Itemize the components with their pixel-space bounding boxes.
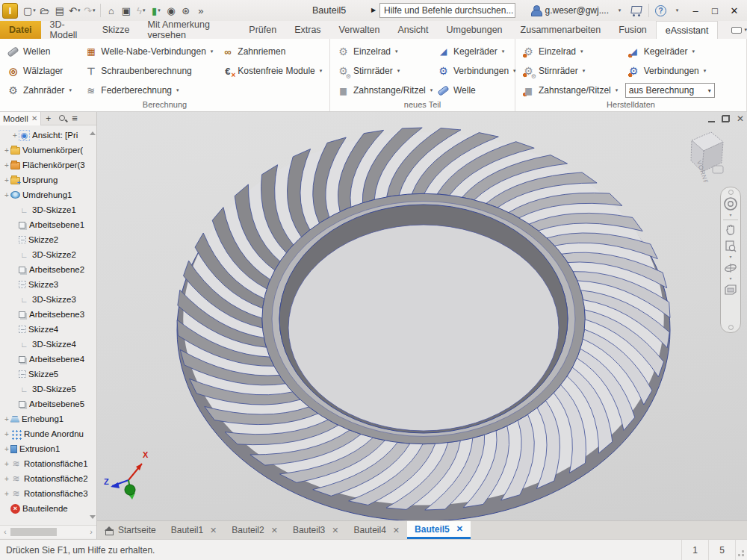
tree-item-flächenkörper-3[interactable]: +Flächenkörper(3 (0, 158, 91, 172)
tab-skizze[interactable]: Skizze (93, 21, 139, 39)
expander-icon[interactable]: + (3, 460, 10, 468)
chevron-down-icon[interactable]: ▾ (704, 68, 707, 74)
home-button[interactable]: ⌂ (104, 1, 119, 19)
view-cube[interactable]: VORNE (674, 128, 732, 182)
chevron-down-icon[interactable]: ▾ (692, 49, 695, 55)
browser-tab-modell[interactable]: Modell ✕ (0, 112, 41, 125)
ribbon-button-verbindungen[interactable]: ⚙Verbindungen▾ (625, 61, 743, 81)
presence-button[interactable]: ◉ (164, 1, 179, 19)
signed-in-user[interactable]: g.weser@gwj.... (545, 5, 609, 16)
chevron-down-icon[interactable]: ▾ (583, 68, 586, 74)
scroll-left-icon[interactable]: ‹ (0, 527, 10, 536)
tab-ansicht[interactable]: Ansicht (389, 21, 438, 39)
tree-item-3d-skizze3[interactable]: ∟3D-Skizze3 (0, 292, 91, 307)
ribbon-collapse-button[interactable]: ▾ (731, 21, 747, 39)
expander-icon[interactable]: + (3, 475, 10, 483)
close-icon[interactable]: ✕ (210, 526, 217, 535)
user-menu-dropdown[interactable]: ▾ (612, 1, 627, 19)
help-search-input[interactable]: Hilfe und Befehle durchsuchen... (379, 3, 515, 18)
expander-icon[interactable]: + (3, 176, 10, 184)
browser-horizontal-scrollbar[interactable]: ‹ › (0, 525, 96, 538)
tree-item-3d-skizze1[interactable]: ∟3D-Skizze1 (0, 202, 91, 217)
expander-icon[interactable]: + (3, 445, 10, 453)
tree-item-erhebung1[interactable]: +Erhebung1 (0, 411, 91, 426)
close-icon[interactable]: ✕ (271, 526, 278, 535)
browser-tab-close-icon[interactable]: ✕ (31, 114, 37, 122)
expander-icon[interactable]: + (3, 191, 10, 199)
tree-item-rotationsfläche3[interactable]: +≋Rotationsfläche3 (0, 486, 91, 501)
help-dropdown[interactable]: ▾ (669, 1, 684, 19)
ribbon-button-wellen[interactable]: Wellen (4, 42, 82, 61)
ribbon-button-einzelrad[interactable]: ⚙Einzelrad▾ (520, 42, 625, 61)
navbar-dropdown-icon[interactable]: ▾ (729, 255, 731, 260)
doc-tab-bauteil5[interactable]: Bauteil5✕ (407, 521, 471, 539)
tree-item-extrusion1[interactable]: +Extrusion1 (0, 441, 91, 456)
tree-item-arbeitsebene2[interactable]: Arbeitsebene2 (0, 262, 91, 277)
ribbon-button-zahnräder[interactable]: ⚙Zahnräder▾ (4, 81, 82, 100)
tree-item-skizze2[interactable]: Skizze2 (0, 232, 91, 247)
ribbon-button-zahnstange-ritzel[interactable]: ▆Zahnstange/Ritzel▾ (335, 81, 435, 100)
mfg-source-combobox[interactable]: aus Berechnung▾ (625, 83, 715, 98)
3d-viewport[interactable]: ✕ VORNE ▾ ▾ ▾ (97, 112, 747, 520)
expander-icon[interactable]: + (3, 430, 10, 438)
tree-item-arbeitsebene1[interactable]: Arbeitsebene1 (0, 217, 91, 232)
tab-datei[interactable]: Datei (0, 21, 41, 39)
tab-eassistant[interactable]: eAssistant (656, 21, 719, 39)
ribbon-button-einzelrad[interactable]: ⚙Einzelrad▾ (335, 42, 435, 61)
web-button[interactable]: ⊛ (179, 1, 193, 19)
pan-hand-icon[interactable] (724, 223, 737, 237)
tree-item-arbeitsebene5[interactable]: Arbeitsebene5 (0, 396, 91, 411)
store-cart-icon[interactable] (630, 5, 642, 16)
tree-item-arbeitsebene4[interactable]: Arbeitsebene4 (0, 352, 91, 367)
tree-item-3d-skizze2[interactable]: ∟3D-Skizze2 (0, 247, 91, 262)
help-icon[interactable]: ? (655, 5, 666, 16)
ribbon-button-stirnräder[interactable]: ⚙Stirnräder▾ (335, 61, 435, 81)
expander-icon[interactable]: + (3, 415, 10, 423)
tree-scroll-up-icon[interactable] (90, 131, 96, 135)
redo-button[interactable]: ↷▾ (82, 1, 97, 19)
doc-window-close-icon[interactable]: ✕ (737, 115, 744, 122)
scrollbar-thumb[interactable] (10, 528, 57, 536)
orbit-icon[interactable] (723, 261, 738, 275)
ribbon-button-kostenfreie-module[interactable]: €Kostenfreie Module▾ (219, 61, 326, 81)
tree-item-skizze4[interactable]: Skizze4 (0, 322, 91, 337)
open-file-button[interactable]: 🗁 (37, 1, 52, 19)
ribbon-button-zahnstange-ritzel[interactable]: ▆Zahnstange/Ritzel▾ (520, 81, 625, 100)
tree-item-ansicht-pri[interactable]: +◉Ansicht: [Pri (0, 128, 91, 143)
doc-window-restore-icon[interactable] (722, 115, 730, 122)
chevron-down-icon[interactable]: ▾ (502, 49, 505, 55)
tab-3d-modell[interactable]: 3D-Modell (41, 21, 93, 39)
tab-mit-anmerkung-versehen[interactable]: Mit Anmerkung versehen (138, 21, 240, 39)
tree-item-arbeitsebene3[interactable]: Arbeitsebene3 (0, 307, 91, 322)
more-commands-chevron[interactable]: » (193, 1, 208, 19)
window-minimize-button[interactable]: – (687, 2, 704, 19)
navbar-handle-icon[interactable] (728, 325, 734, 330)
doc-tab-bauteil1[interactable]: Bauteil1✕ (164, 521, 225, 539)
chevron-down-icon[interactable]: ▾ (580, 49, 583, 55)
tree-item-runde-anordnu[interactable]: +Runde Anordnu (0, 426, 91, 441)
inventor-logo-icon[interactable]: I (2, 3, 18, 19)
save-button[interactable]: ▤ (52, 1, 67, 19)
switch-windows-button[interactable]: ▣ (119, 1, 134, 19)
tree-item-bauteilende[interactable]: ×Bauteilende (0, 501, 91, 516)
doc-tab-bauteil4[interactable]: Bauteil4✕ (346, 521, 407, 539)
tab-prüfen[interactable]: Prüfen (240, 21, 285, 39)
doc-tab-startseite[interactable]: Startseite (97, 521, 164, 539)
window-close-button[interactable]: ✕ (726, 2, 743, 19)
chevron-down-icon[interactable]: ▾ (430, 87, 433, 93)
close-icon[interactable]: ✕ (393, 526, 400, 535)
ribbon-button-verbindungen[interactable]: ⚙Verbindungen▾ (435, 61, 517, 81)
doc-window-minimize-icon[interactable] (708, 115, 715, 122)
imate-button[interactable]: ϟ▾ (134, 1, 149, 19)
look-at-icon[interactable] (723, 283, 738, 295)
resize-grip[interactable] (735, 540, 747, 560)
tree-item-3d-skizze4[interactable]: ∟3D-Skizze4 (0, 337, 91, 352)
chevron-down-icon[interactable]: ▾ (616, 87, 619, 93)
chevron-down-icon[interactable]: ▾ (176, 87, 179, 93)
ribbon-button-welle-nabe-verbindungen[interactable]: ▦Welle-Nabe-Verbindungen▾ (82, 42, 219, 61)
close-icon[interactable]: ✕ (456, 524, 463, 534)
window-maximize-button[interactable]: □ (707, 2, 723, 19)
tab-verwalten[interactable]: Verwalten (330, 21, 389, 39)
expander-icon[interactable]: + (3, 146, 10, 155)
browser-menu-icon[interactable]: ≡ (72, 113, 78, 124)
